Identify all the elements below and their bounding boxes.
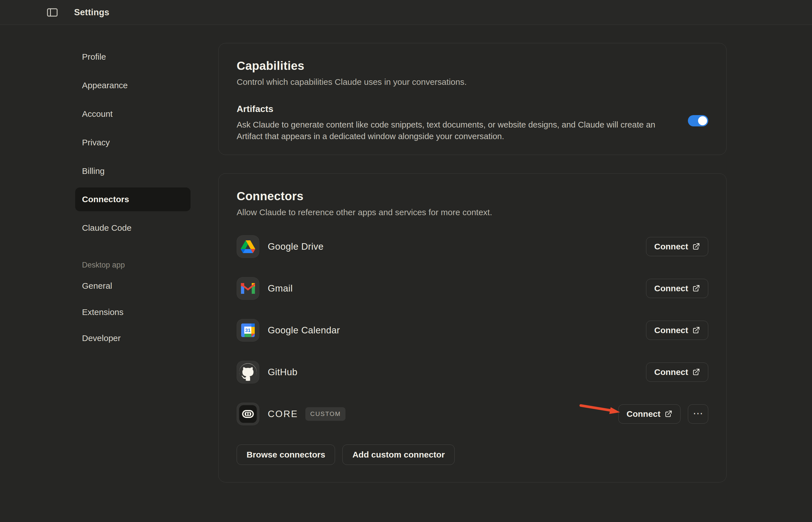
capabilities-subtitle: Control which capabilities Claude uses i…	[237, 77, 708, 87]
sidebar-item-billing[interactable]: Billing	[75, 159, 190, 183]
connector-name: Google Drive	[268, 241, 323, 252]
claude-settings-window: { "topbar": { "title": "Settings" }, "si…	[0, 0, 812, 522]
connect-gmail-button[interactable]: Connect	[646, 279, 708, 298]
connectors-footer: Browse connectors Add custom connector	[237, 444, 708, 465]
connector-row-github: GitHub Connect	[237, 351, 708, 393]
external-link-icon	[692, 326, 700, 334]
connector-name: Google Calendar	[268, 325, 340, 336]
github-icon	[237, 361, 259, 383]
connectors-subtitle: Allow Claude to reference other apps and…	[237, 207, 708, 217]
artifacts-description: Ask Claude to generate content like code…	[237, 119, 666, 142]
connect-button-label: Connect	[654, 242, 688, 252]
settings-sidebar: Profile Appearance Account Privacy Billi…	[75, 25, 191, 421]
artifacts-toggle[interactable]	[688, 115, 708, 126]
connector-row-google-calendar: 31 Google Calendar Connect	[237, 309, 708, 351]
sidebar-item-connectors[interactable]: Connectors	[75, 187, 190, 211]
external-link-icon	[692, 368, 700, 376]
sidebar-item-appearance[interactable]: Appearance	[75, 74, 190, 97]
connect-button-label: Connect	[627, 409, 661, 419]
artifacts-setting-row: Artifacts Ask Claude to generate content…	[237, 104, 708, 142]
browse-connectors-button[interactable]: Browse connectors	[237, 444, 335, 465]
connect-core-button[interactable]: Connect	[618, 404, 681, 424]
svg-text:31: 31	[245, 328, 250, 333]
artifacts-title: Artifacts	[237, 104, 666, 114]
external-link-icon	[692, 284, 700, 293]
connect-button-label: Connect	[654, 367, 688, 377]
connectors-title: Connectors	[237, 189, 708, 203]
connectors-list: Google Drive Connect Gmail	[237, 226, 708, 435]
core-more-options-button[interactable]: ⋯	[688, 404, 708, 424]
capabilities-card: Capabilities Control which capabilities …	[218, 43, 727, 155]
custom-badge: CUSTOM	[305, 407, 345, 421]
connectors-card: Connectors Allow Claude to reference oth…	[218, 173, 727, 482]
connector-name: CORE	[268, 408, 298, 419]
sidebar-item-developer[interactable]: Developer	[75, 326, 190, 350]
capabilities-title: Capabilities	[237, 59, 708, 73]
google-drive-icon	[237, 235, 259, 258]
core-icon	[237, 403, 259, 425]
gmail-icon	[237, 277, 259, 300]
external-link-icon	[665, 410, 672, 418]
sidebar-item-general[interactable]: General	[75, 274, 190, 298]
external-link-icon	[692, 243, 700, 250]
sidebar-item-extensions[interactable]: Extensions	[75, 300, 190, 324]
sidebar-toggle-icon[interactable]	[47, 8, 58, 17]
topbar: Settings	[0, 0, 812, 25]
connect-github-button[interactable]: Connect	[646, 362, 708, 382]
connect-button-label: Connect	[654, 284, 688, 293]
sidebar-item-claude-code[interactable]: Claude Code	[75, 216, 190, 240]
sidebar-item-privacy[interactable]: Privacy	[75, 130, 190, 154]
sidebar-item-profile[interactable]: Profile	[75, 45, 190, 69]
connector-row-gmail: Gmail Connect	[237, 267, 708, 309]
sidebar-section-desktop-app: Desktop app	[75, 258, 190, 272]
connector-name: Gmail	[268, 283, 292, 294]
connect-button-label: Connect	[654, 325, 688, 335]
google-calendar-icon: 31	[237, 319, 259, 342]
connector-row-google-drive: Google Drive Connect	[237, 226, 708, 267]
toggle-knob	[698, 116, 707, 125]
add-custom-connector-button[interactable]: Add custom connector	[342, 444, 454, 465]
connector-name: GitHub	[268, 367, 298, 378]
connector-row-core: CORE CUSTOM Connect ⋯	[237, 393, 708, 435]
sidebar-item-account[interactable]: Account	[75, 102, 190, 126]
connect-google-calendar-button[interactable]: Connect	[646, 321, 708, 340]
page-title: Settings	[74, 0, 109, 25]
connect-google-drive-button[interactable]: Connect	[646, 237, 708, 256]
